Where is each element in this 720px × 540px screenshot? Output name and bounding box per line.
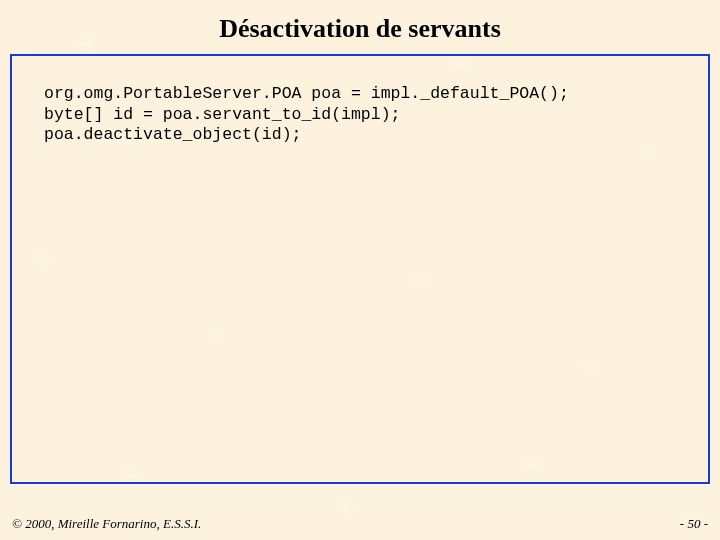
copyright-text: © 2000, Mireille Fornarino, E.S.S.I. xyxy=(12,516,201,532)
code-frame: org.omg.PortableServer.POA poa = impl._d… xyxy=(10,54,710,484)
slide-title: Désactivation de servants xyxy=(0,0,720,54)
code-line-3: poa.deactivate_object(id); xyxy=(44,125,301,144)
code-line-1: org.omg.PortableServer.POA poa = impl._d… xyxy=(44,84,569,103)
code-block: org.omg.PortableServer.POA poa = impl._d… xyxy=(44,84,688,146)
page-number: - 50 - xyxy=(680,516,708,532)
footer: © 2000, Mireille Fornarino, E.S.S.I. - 5… xyxy=(0,516,720,532)
code-line-2: byte[] id = poa.servant_to_id(impl); xyxy=(44,105,400,124)
